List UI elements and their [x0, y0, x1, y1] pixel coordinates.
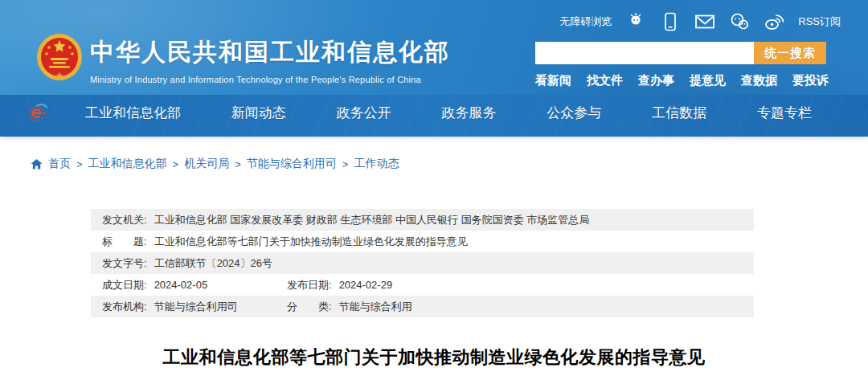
meta-row-issuing-agency: 发文机关: 工业和信息化部 国家发展改革委 财政部 生态环境部 中国人民银行 国…: [91, 209, 754, 231]
document-meta-table: 发文机关: 工业和信息化部 国家发展改革委 财政部 生态环境部 中国人民银行 国…: [91, 209, 754, 317]
breadcrumb: 首页 > 工业和信息化部 > 机关司局 > 节能与综合利用司 > 工作动态: [31, 157, 868, 171]
meta-value: 节能与综合利用司: [154, 300, 238, 314]
breadcrumb-work-news[interactable]: 工作动态: [354, 157, 399, 171]
meta-row-title: 标 题: 工业和信息化部等七部门关于加快推动制造业绿色化发展的指导意见: [91, 231, 754, 252]
quick-link-news[interactable]: 看新闻: [535, 73, 571, 88]
topbar: 无障碍浏览: [559, 11, 841, 32]
quick-link-data[interactable]: 查数据: [741, 73, 777, 88]
miit-e-logo-icon: [27, 102, 48, 123]
nav-item-special-topics[interactable]: 专题专栏: [757, 104, 812, 122]
quick-link-complaints[interactable]: 要投诉: [792, 73, 829, 88]
search-area: 统一搜索 看新闻 找文件 查办事 提意见 查数据 要投诉: [535, 42, 826, 88]
nav-item-miit-data[interactable]: 工信数据: [652, 104, 706, 122]
quick-link-suggestions[interactable]: 提意见: [690, 73, 726, 88]
breadcrumb-energy-dept[interactable]: 节能与综合利用司: [247, 157, 337, 171]
nav-item-gov-affairs[interactable]: 政务公开: [337, 104, 391, 122]
breadcrumb-departments[interactable]: 机关司局: [184, 157, 229, 171]
meta-label: 发文机关:: [102, 213, 147, 227]
search-input[interactable]: [535, 42, 754, 64]
meta-label: 分 类:: [287, 300, 332, 314]
nav-items: 工业和信息化部 新闻动态 政务公开 政务服务 公众参与 工信数据 专题专栏: [85, 104, 812, 122]
meta-value: 2024-02-05: [154, 279, 208, 291]
accessibility-link[interactable]: 无障碍浏览: [559, 14, 612, 29]
meta-row-dates: 成文日期: 2024-02-05 发布日期: 2024-02-29: [91, 274, 754, 296]
meta-label: 发布机构:: [102, 300, 147, 314]
breadcrumb-separator: >: [76, 158, 83, 170]
meta-value: 工信部联节〔2024〕26号: [154, 256, 272, 271]
nav-item-miit[interactable]: 工业和信息化部: [85, 104, 181, 122]
quick-link-services[interactable]: 查办事: [638, 73, 674, 88]
national-emblem-icon: [35, 33, 84, 83]
rss-link[interactable]: RSS订阅: [798, 14, 841, 29]
main-nav: 工业和信息化部 新闻动态 政务公开 政务服务 公众参与 工信数据 专题专栏: [0, 95, 868, 137]
meta-value: 节能与综合利用: [339, 300, 412, 314]
breadcrumb-miit[interactable]: 工业和信息化部: [88, 157, 167, 171]
meta-label: 发布日期:: [287, 278, 332, 292]
meta-value: 工业和信息化部 国家发展改革委 财政部 生态环境部 中国人民银行 国务院国资委 …: [154, 213, 590, 227]
mail-icon[interactable]: [694, 11, 715, 32]
nav-item-participation[interactable]: 公众参与: [547, 104, 601, 122]
site-header: 无障碍浏览: [0, 0, 868, 137]
article-title: 工业和信息化部等七部门关于加快推动制造业绿色化发展的指导意见: [0, 345, 868, 370]
meta-value: 2024-02-29: [339, 279, 393, 291]
brand-block: 中华人民共和国工业和信息化部 Ministry of Industry and …: [90, 36, 450, 84]
mobile-icon[interactable]: [660, 11, 681, 32]
site-subtitle-en: Ministry of Industry and Information Tec…: [90, 75, 450, 84]
breadcrumb-separator: >: [342, 158, 349, 170]
meta-label: 标 题:: [102, 235, 147, 249]
nav-item-gov-services[interactable]: 政务服务: [441, 104, 496, 122]
breadcrumb-home[interactable]: 首页: [48, 157, 71, 171]
meta-label: 发文字号:: [102, 256, 147, 271]
mascot-robot-icon[interactable]: [625, 11, 646, 32]
home-icon[interactable]: [31, 158, 43, 170]
wechat-icon[interactable]: [729, 11, 750, 32]
breadcrumb-separator: >: [173, 158, 179, 170]
unified-search-button[interactable]: 统一搜索: [754, 42, 826, 64]
weibo-icon[interactable]: [764, 11, 784, 32]
meta-label: 成文日期:: [102, 278, 147, 292]
site-title: 中华人民共和国工业和信息化部: [90, 36, 450, 69]
meta-row-publisher: 发布机构: 节能与综合利用司 分 类: 节能与综合利用: [91, 296, 754, 317]
quick-links: 看新闻 找文件 查办事 提意见 查数据 要投诉: [535, 73, 826, 88]
meta-value: 工业和信息化部等七部门关于加快推动制造业绿色化发展的指导意见: [154, 235, 468, 249]
quick-link-documents[interactable]: 找文件: [587, 73, 623, 88]
page-content: 首页 > 工业和信息化部 > 机关司局 > 节能与综合利用司 > 工作动态 发文…: [0, 157, 868, 370]
meta-row-doc-number: 发文字号: 工信部联节〔2024〕26号: [91, 252, 754, 274]
nav-item-news[interactable]: 新闻动态: [231, 104, 286, 122]
breadcrumb-separator: >: [235, 158, 241, 170]
